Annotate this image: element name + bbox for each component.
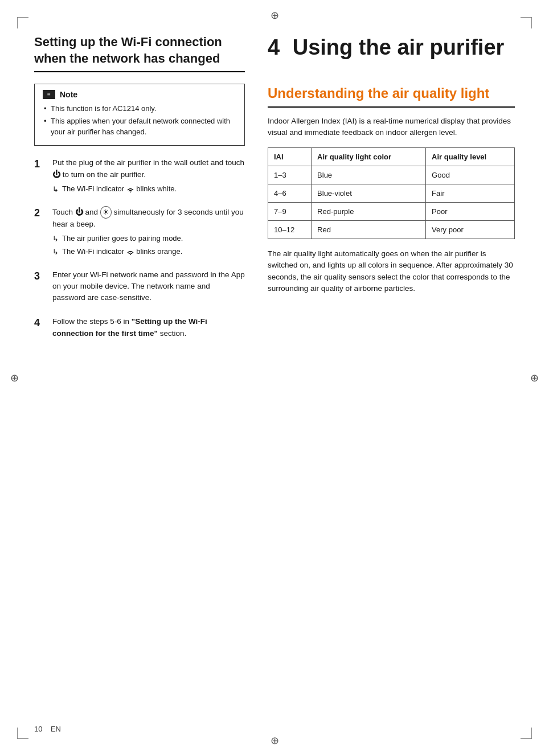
note-header: ≡ Note — [43, 90, 236, 99]
table-row: 1–3 Blue Good — [268, 166, 515, 184]
step-2-text: Touch ⏻ and ☀ simultaneously for 3 secon… — [52, 206, 245, 230]
step-1-number: 1 — [34, 157, 46, 171]
steps-list: 1 Put the plug of the air purifier in th… — [34, 157, 245, 343]
note-box: ≡ Note This function is for AC1214 only.… — [34, 84, 245, 146]
step-3-text: Enter your Wi-Fi network name and passwo… — [52, 269, 245, 304]
page-number: 10 — [34, 725, 42, 733]
step-2-substep-1: ↳ The air purifier goes to pairing mode. — [52, 233, 245, 244]
note-item-1: This function is for AC1214 only. — [43, 104, 236, 114]
table-cell-color-3: Red-purple — [312, 203, 426, 221]
table-cell-color-4: Red — [312, 221, 426, 239]
step-1-substep-1-text: The Wi-Fi indicator blinks white. — [62, 184, 177, 195]
table-header-row: IAI Air quality light color Air quality … — [268, 148, 515, 166]
right-section-intro: Indoor Allergen Index (IAI) is a real-ti… — [268, 116, 515, 139]
table-row: 4–6 Blue-violet Fair — [268, 184, 515, 203]
step-2-content: Touch ⏻ and ☀ simultaneously for 3 secon… — [52, 206, 245, 260]
table-row: 10–12 Red Very poor — [268, 221, 515, 239]
note-item-2: This applies when your default network c… — [43, 116, 236, 137]
page-footer: 10 EN — [34, 725, 61, 733]
step-3-number: 3 — [34, 269, 46, 284]
step-2-substep-2: ↳ The Wi-Fi indicator blinks orange. — [52, 246, 245, 257]
table-cell-color-2: Blue-violet — [312, 184, 426, 203]
step-1-text: Put the plug of the air purifier in the … — [52, 157, 245, 181]
step-4-number: 4 — [34, 316, 46, 330]
arrow-icon-1: ↳ — [52, 184, 59, 195]
step-4-content: Follow the steps 5-6 in "Setting up the … — [52, 316, 245, 343]
svg-point-0 — [130, 191, 131, 192]
arrow-icon-2a: ↳ — [52, 234, 59, 244]
step-2-substep-2-text: The Wi-Fi indicator blinks orange. — [62, 246, 182, 257]
right-section-outro: The air quality light automatically goes… — [268, 248, 515, 294]
table-cell-level-2: Fair — [426, 184, 515, 203]
page-language: EN — [51, 725, 61, 733]
table-header-iai: IAI — [268, 148, 312, 166]
step-3-content: Enter your Wi-Fi network name and passwo… — [52, 269, 245, 307]
table-cell-level-1: Good — [426, 166, 515, 184]
step-1-substeps: ↳ The Wi-Fi indicator blinks white. — [52, 184, 245, 195]
chapter-number: 4 — [268, 35, 280, 59]
step-3: 3 Enter your Wi-Fi network name and pass… — [34, 269, 245, 307]
table-cell-iai-3: 7–9 — [268, 203, 312, 221]
table-cell-iai-1: 1–3 — [268, 166, 312, 184]
table-cell-iai-4: 10–12 — [268, 221, 312, 239]
air-quality-table: IAI Air quality light color Air quality … — [268, 147, 515, 239]
table-header-level: Air quality level — [426, 148, 515, 166]
step-2-number: 2 — [34, 206, 46, 220]
step-1-substep-1: ↳ The Wi-Fi indicator blinks white. — [52, 184, 245, 195]
two-col-layout: Setting up the Wi-Fi connection when the… — [34, 34, 515, 352]
left-column: Setting up the Wi-Fi connection when the… — [34, 34, 245, 352]
note-list: This function is for AC1214 only. This a… — [43, 104, 236, 137]
step-4-text-after: section. — [158, 329, 186, 338]
page-container: Setting up the Wi-Fi connection when the… — [0, 0, 549, 756]
table-body: 1–3 Blue Good 4–6 Blue-violet Fair 7–9 R… — [268, 166, 515, 239]
table-cell-level-3: Poor — [426, 203, 515, 221]
svg-point-1 — [130, 254, 131, 255]
table-header-color: Air quality light color — [312, 148, 426, 166]
step-1-content: Put the plug of the air purifier in the … — [52, 157, 245, 198]
step-2-substep-1-text: The air purifier goes to pairing mode. — [62, 233, 183, 244]
step-1: 1 Put the plug of the air purifier in th… — [34, 157, 245, 198]
table-row: 7–9 Red-purple Poor — [268, 203, 515, 221]
arrow-icon-2b: ↳ — [52, 247, 59, 257]
note-icon: ≡ — [43, 90, 55, 99]
table-cell-iai-2: 4–6 — [268, 184, 312, 203]
right-column: 4 Using the air purifier Understanding t… — [268, 34, 515, 294]
step-2-substeps: ↳ The air purifier goes to pairing mode.… — [52, 233, 245, 257]
left-section-title: Setting up the Wi-Fi connection when the… — [34, 34, 245, 72]
chapter-title: 4 Using the air purifier — [268, 34, 515, 61]
table-cell-level-4: Very poor — [426, 221, 515, 239]
step-4-text: Follow the steps 5-6 in "Setting up the … — [52, 316, 245, 339]
chapter-title-text: Using the air purifier — [293, 35, 505, 59]
note-label: Note — [60, 90, 77, 99]
step-2: 2 Touch ⏻ and ☀ simultaneously for 3 sec… — [34, 206, 245, 260]
right-section-title: Understanding the air quality light — [268, 84, 515, 108]
step-4: 4 Follow the steps 5-6 in "Setting up th… — [34, 316, 245, 343]
table-cell-color-1: Blue — [312, 166, 426, 184]
